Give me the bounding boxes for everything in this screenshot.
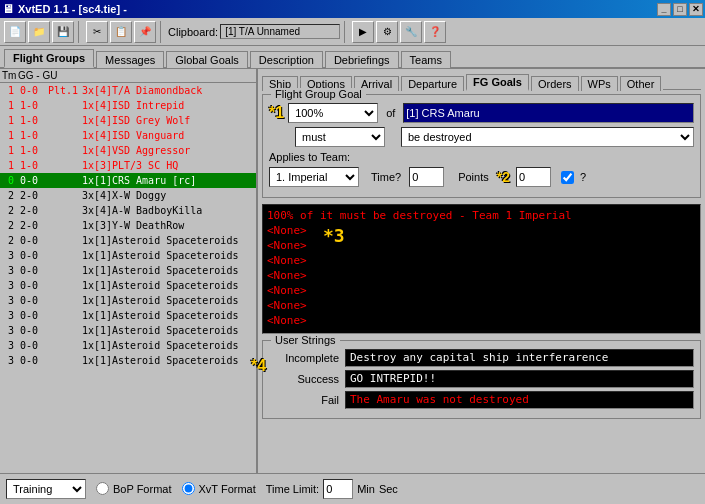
time-input[interactable]: 0 [409, 167, 444, 187]
bop-radio[interactable] [96, 482, 109, 495]
xvt-radio-group: XvT Format [182, 482, 256, 495]
bottom-bar: Training Battle Free BoP Format XvT Form… [0, 473, 705, 503]
success-label: Success [269, 373, 339, 385]
sep1 [78, 21, 82, 43]
tab-departure[interactable]: Departure [401, 76, 464, 91]
table-row[interactable]: 3 0-0 1x [1] Asteroid Spaceteroids [0, 338, 256, 353]
fg-list[interactable]: 1 0-0 Plt.1 3x [4] T/A Diamondback 1 1-0… [0, 83, 256, 473]
table-row[interactable]: 2 2-0 3x [4] A-W BadboyKilla [0, 203, 256, 218]
table-row[interactable]: 2 2-0 3x [4] X-W Doggy [0, 188, 256, 203]
table-row[interactable]: 1 1-0 1x [3] PLT/3 SC HQ [0, 158, 256, 173]
tab-messages[interactable]: Messages [96, 51, 164, 68]
xvt-radio[interactable] [182, 482, 195, 495]
incomplete-label: Incomplete [269, 352, 339, 364]
table-row[interactable]: 3 0-0 1x [1] Asteroid Spaceteroids [0, 323, 256, 338]
open-button[interactable]: 📁 [28, 21, 50, 43]
goal-line-3: <None> [267, 239, 696, 254]
tab-description[interactable]: Description [250, 51, 323, 68]
table-row[interactable]: 3 0-0 1x [1] Asteroid Spaceteroids [0, 308, 256, 323]
team-select[interactable]: 1. Imperial 2. Rebel [269, 167, 359, 187]
table-row[interactable]: 3 0-0 1x [1] Asteroid Spaceteroids [0, 293, 256, 308]
annotation-2: *2 [497, 169, 510, 185]
header-tm: Tm [2, 70, 14, 81]
clipboard-label: Clipboard: [168, 26, 218, 38]
table-row[interactable]: 2 2-0 1x [3] Y-W DeathRow [0, 218, 256, 233]
table-row[interactable]: 3 0-0 1x [1] Asteroid Spaceteroids [0, 248, 256, 263]
incomplete-value[interactable]: Destroy any capital ship interferarence [345, 349, 694, 367]
tab-flight-groups[interactable]: Flight Groups [4, 49, 94, 68]
close-button[interactable]: ✕ [689, 3, 703, 16]
table-row[interactable]: 1 0-0 Plt.1 3x [4] T/A Diamondback [0, 83, 256, 98]
tab-teams[interactable]: Teams [401, 51, 451, 68]
minimize-button[interactable]: _ [657, 3, 671, 16]
table-row[interactable]: 3 0-0 1x [1] Asteroid Spaceteroids [0, 263, 256, 278]
tb-btn4[interactable]: ❓ [424, 21, 446, 43]
table-row[interactable]: 3 0-0 1x [1] Asteroid Spaceteroids [0, 353, 256, 368]
table-row[interactable]: 1 1-0 1x [4] ISD Intrepid [0, 98, 256, 113]
table-row[interactable]: 1 1-0 1x [4] VSD Aggressor [0, 143, 256, 158]
tab-orders[interactable]: Orders [531, 76, 579, 91]
tab-fg-goals[interactable]: FG Goals [466, 74, 529, 91]
applies-to-label: Applies to Team: [269, 151, 350, 163]
paste-button[interactable]: 📌 [134, 21, 156, 43]
table-row[interactable]: 1 1-0 1x [4] ISD Grey Wolf [0, 113, 256, 128]
table-row[interactable]: 3 0-0 1x [1] Asteroid Spaceteroids [0, 278, 256, 293]
success-value[interactable]: GO INTREPID!! [345, 370, 694, 388]
main-content: Tm GG - GU 1 0-0 Plt.1 3x [4] T/A Diamon… [0, 69, 705, 473]
question-mark: ? [580, 171, 586, 183]
header-gg-gu: GG - GU [14, 70, 254, 81]
sep2 [160, 21, 164, 43]
percent-select[interactable]: 100% 75% 50% 25% [288, 103, 378, 123]
tab-debriefings[interactable]: Debriefings [325, 51, 399, 68]
tab-wps[interactable]: WPs [581, 76, 618, 91]
top-tab-bar: Flight Groups Messages Global Goals Desc… [0, 46, 705, 69]
table-row[interactable]: 2 0-0 1x [1] Asteroid Spaceteroids [0, 233, 256, 248]
tb-btn3[interactable]: 🔧 [400, 21, 422, 43]
fail-row: Fail The Amaru was not destroyed [269, 391, 694, 409]
toolbar: 📄 📁 💾 ✂ 📋 📌 Clipboard: [1] T/A Unnamed ▶… [0, 18, 705, 46]
sec-label: Sec [379, 483, 398, 495]
table-row[interactable]: 1 1-0 1x [4] ISD Vanguard [0, 128, 256, 143]
points-checkbox[interactable] [561, 171, 574, 184]
fg-goal-row2b: 1. Imperial 2. Rebel Time? 0 Points *2 0… [269, 167, 694, 187]
must-select[interactable]: must [295, 127, 385, 147]
xvt-label: XvT Format [199, 483, 256, 495]
maximize-button[interactable]: □ [673, 3, 687, 16]
table-row-selected[interactable]: 0 0-0 1x [1] CRS Amaru [rc] [0, 173, 256, 188]
left-panel: Tm GG - GU 1 0-0 Plt.1 3x [4] T/A Diamon… [0, 69, 258, 473]
time-label: Time? [371, 171, 401, 183]
copy-button[interactable]: 📋 [110, 21, 132, 43]
sep3 [344, 21, 348, 43]
goal-line-4: <None> [267, 254, 696, 269]
time-limit-min-input[interactable]: 0 [323, 479, 353, 499]
fail-value[interactable]: The Amaru was not destroyed [345, 391, 694, 409]
tb-btn2[interactable]: ⚙ [376, 21, 398, 43]
title-bar-left: 🖥 XvtED 1.1 - [sc4.tie] - [2, 2, 127, 16]
tab-global-goals[interactable]: Global Goals [166, 51, 248, 68]
fg-goal-label: Flight Group Goal [271, 88, 366, 100]
bop-radio-group: BoP Format [96, 482, 172, 495]
user-strings-group-box: User Strings *4 Incomplete Destroy any c… [262, 340, 701, 419]
sub-tab-line [663, 89, 701, 90]
mission-type-select[interactable]: Training Battle Free [6, 479, 86, 499]
tab-other[interactable]: Other [620, 76, 662, 91]
clipboard-value: [1] T/A Unnamed [220, 24, 340, 39]
time-limit-section: Time Limit: 0 Min Sec [266, 479, 398, 499]
of-label: of [386, 107, 395, 119]
bop-label: BoP Format [113, 483, 172, 495]
save-button[interactable]: 💾 [52, 21, 74, 43]
points-input[interactable]: 0 [516, 167, 551, 187]
fg-goal-row2: Applies to Team: [269, 151, 694, 163]
fg-header: Tm GG - GU [0, 69, 256, 83]
fg-goal-row1: *1 100% 75% 50% 25% of [1] CRS Amaru [269, 103, 694, 123]
goal-line-2: <None> [267, 224, 696, 239]
new-button[interactable]: 📄 [4, 21, 26, 43]
min-label: Min [357, 483, 375, 495]
title-bar-right: _ □ ✕ [657, 3, 703, 16]
cut-button[interactable]: ✂ [86, 21, 108, 43]
tb-btn1[interactable]: ▶ [352, 21, 374, 43]
time-limit-label: Time Limit: [266, 483, 319, 495]
craft-field[interactable]: [1] CRS Amaru [403, 103, 694, 123]
annotation-1: *1 [269, 104, 284, 122]
action-select[interactable]: be destroyed be captured be disabled [401, 127, 694, 147]
